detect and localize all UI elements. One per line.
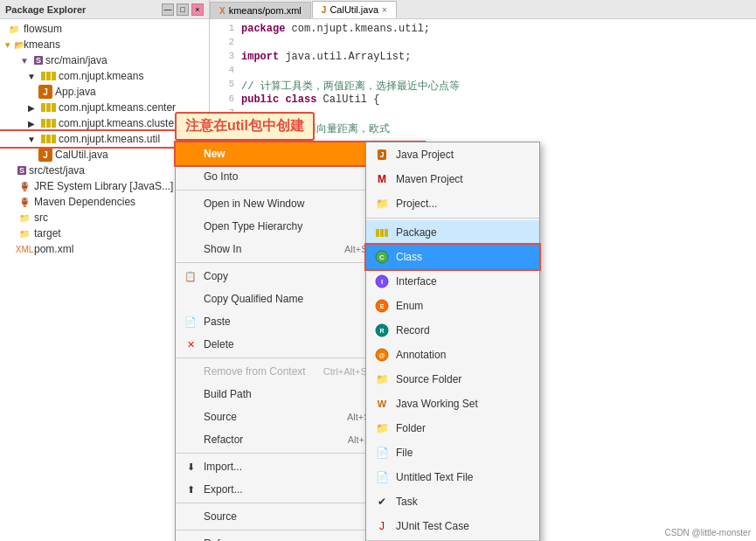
project-icon: 📁 — [373, 195, 391, 212]
tab-pom-xml[interactable]: X kmeans/pom.xml — [210, 2, 311, 18]
close-panel-button[interactable]: × — [191, 3, 204, 16]
tree-item-app-java[interactable]: J App.java — [0, 84, 209, 100]
paste-icon: 📄 — [183, 314, 198, 329]
tree-item-label: App.java — [55, 86, 96, 98]
svg-text:R: R — [379, 328, 384, 334]
line-number: 7 — [213, 108, 234, 121]
panel-title: Package Explorer — [5, 4, 86, 15]
minimize-button[interactable]: — — [162, 3, 174, 16]
sub-item-enum[interactable]: E Enum — [366, 294, 539, 318]
tree-item-pkg-center[interactable]: ▶ com.njupt.kmeans.center — [0, 100, 209, 115]
tree-item-flowsum[interactable]: 📁 flowsum — [0, 21, 209, 37]
code-line-1: 1 package com.njupt.kmeans.util; — [213, 23, 753, 37]
ctx-item-label: Delete — [204, 338, 364, 350]
folder-icon: 📁 — [17, 226, 31, 240]
hierarchy-icon — [183, 218, 198, 234]
sub-item-javaproject[interactable]: J Java Project — [366, 142, 539, 167]
ctx-item-label: Refactor — [204, 433, 330, 446]
gointo-icon — [183, 169, 198, 184]
sub-item-project[interactable]: 📁 Project... — [366, 191, 539, 216]
ctx-item-label: Show In — [204, 243, 327, 255]
tree-item-label: pom.xml — [34, 243, 73, 255]
tree-item-label: kmeans — [24, 38, 60, 51]
xml-icon: XML — [17, 242, 31, 256]
sub-item-package[interactable]: Package — [366, 220, 539, 245]
package-icon: ▶ — [24, 101, 38, 114]
tab-label: CalUtil.java — [329, 4, 378, 15]
junit-icon: J — [373, 517, 391, 535]
sub-item-label: Class — [396, 251, 525, 263]
folder-icon: 📁 — [373, 420, 391, 437]
sub-item-untitled[interactable]: 📄 Untitled Text File — [366, 465, 539, 489]
source-icon — [183, 409, 198, 425]
class-icon: C — [373, 248, 391, 266]
sub-item-label: Annotation — [396, 349, 525, 361]
sub-item-sourcefolder[interactable]: 📁 Source Folder — [366, 367, 539, 392]
maven-icon: M — [373, 170, 391, 188]
sub-item-interface[interactable]: I Interface — [366, 269, 539, 294]
sub-item-label: Source Folder — [396, 373, 525, 385]
sub-item-class[interactable]: C Class — [366, 245, 539, 269]
sub-item-annotation[interactable]: @ Annotation — [366, 343, 539, 367]
refactor-icon — [183, 432, 198, 447]
sub-item-jws[interactable]: W Java Working Set — [366, 392, 539, 416]
sub-item-folder[interactable]: 📁 Folder — [366, 416, 539, 440]
tree-item-label: JRE System Library [JavaS...] — [34, 180, 173, 192]
java-tab-icon: J — [322, 5, 327, 15]
ctx-item-label: Paste — [204, 316, 365, 328]
line-number: 1 — [213, 23, 234, 37]
tree-item-pkg-kmeans[interactable]: ▼ com.njupt.kmeans — [0, 68, 209, 84]
tree-item-label: com.njupt.kmeans.cluste... — [59, 117, 183, 129]
showin-icon — [183, 241, 198, 257]
sub-item-record[interactable]: R Record — [366, 318, 539, 343]
task-icon: ✔ — [373, 493, 391, 510]
copyqualified-icon — [183, 291, 198, 307]
export-icon: ⬆ — [183, 482, 198, 497]
sub-item-mavenproject[interactable]: M Maven Project — [366, 167, 539, 191]
code-line-2: 2 — [213, 37, 753, 51]
maximize-button[interactable]: □ — [177, 3, 189, 16]
sub-item-label: Java Project — [396, 149, 525, 161]
code-text: package com.njupt.kmeans.util; — [241, 23, 430, 37]
sub-item-label: Record — [396, 324, 525, 336]
tree-item-pkg-cluster[interactable]: ▶ com.njupt.kmeans.cluste... — [0, 115, 209, 131]
tree-item-kmeans[interactable]: ▼ 📂 kmeans — [0, 37, 209, 52]
tree-item-label: src/main/java — [45, 54, 108, 66]
tree-item-label: target — [34, 227, 61, 239]
tree-item-label: src/test/java — [29, 164, 85, 177]
tree-item-label: com.njupt.kmeans.center — [59, 101, 176, 114]
jws-icon: W — [373, 395, 391, 413]
copy-icon: 📋 — [183, 268, 198, 284]
tree-item-label: flowsum — [24, 23, 62, 35]
src-folder-icon: ▼ — [17, 53, 31, 67]
sub-item-file[interactable]: 📄 File — [366, 440, 539, 465]
ctx-item-label: Copy — [204, 270, 365, 282]
tree-item-src-main[interactable]: ▼ S src/main/java — [0, 52, 209, 68]
line-number: 8 — [213, 121, 234, 136]
sub-item-label: Package — [396, 226, 525, 239]
package-icon: ▼ — [24, 69, 38, 83]
ctx-item-label: Remove from Context — [204, 365, 306, 378]
watermark: CSDN @little-monster — [664, 528, 751, 538]
sub-item-label: Project... — [396, 198, 525, 210]
tab-calutil-java[interactable]: J CalUtil.java × — [312, 1, 397, 18]
package-icon: ▼ — [24, 132, 38, 146]
sub-item-label: Interface — [396, 275, 525, 288]
line-number: 2 — [213, 37, 234, 51]
sub-item-task[interactable]: ✔ Task — [366, 489, 539, 514]
line-number: 4 — [213, 65, 234, 79]
tree-item-label: src — [34, 212, 48, 224]
tab-close-button[interactable]: × — [382, 5, 387, 15]
code-line-8: 8 // 计算两向量距离，欧式 — [213, 121, 753, 136]
sub-item-junit[interactable]: J JUnit Test Case — [366, 514, 539, 538]
tab-label: kmeans/pom.xml — [229, 5, 302, 16]
file-icon: 📄 — [373, 444, 391, 461]
tree-item-label: Maven Dependencies — [34, 196, 135, 208]
svg-text:@: @ — [379, 352, 385, 358]
java-file-icon: J — [38, 85, 52, 99]
sourcefolder-icon: 📁 — [373, 371, 391, 388]
code-text: // 计算两向量距离，欧式 — [241, 121, 390, 136]
panel-header: Package Explorer — □ × — [0, 0, 209, 19]
sub-item-label: Java Working Set — [396, 398, 525, 410]
ctx-separator — [366, 218, 539, 218]
